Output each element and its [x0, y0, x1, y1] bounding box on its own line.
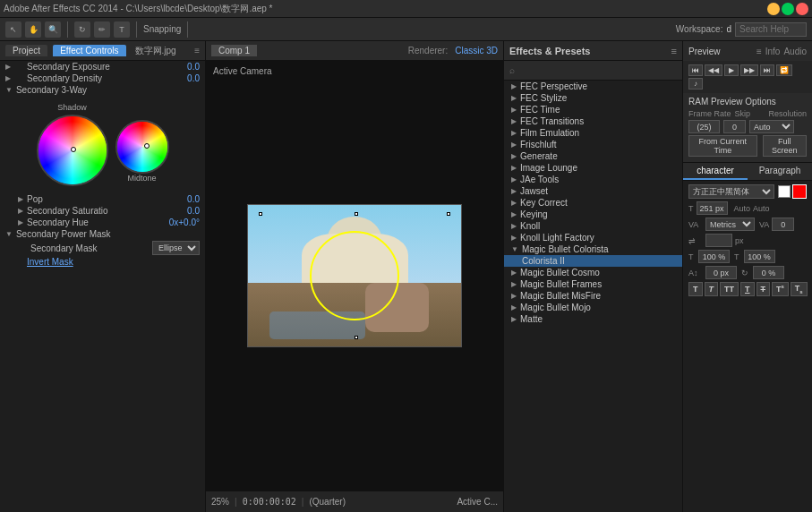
- full-screen-btn[interactable]: Full Screen: [763, 135, 807, 157]
- ec-row-sec-hue: ▶ Secondary Hue 0x+0.0°: [0, 217, 205, 228]
- comp-image[interactable]: [247, 204, 462, 347]
- style-bold[interactable]: T: [688, 282, 703, 296]
- scale-row: T T: [688, 250, 807, 263]
- close-button[interactable]: [796, 3, 808, 15]
- btn-go-start[interactable]: ⏮: [688, 64, 703, 76]
- effect-item-fec-time[interactable]: ▶FEC Time: [504, 104, 682, 115]
- scale-h-input[interactable]: [698, 250, 730, 263]
- style-sub[interactable]: Ts: [791, 282, 808, 296]
- effect-item-fec-stylize[interactable]: ▶FEC Stylize: [504, 92, 682, 104]
- effect-item-magic-cosmo[interactable]: ▶Magic Bullet Cosmo: [504, 267, 682, 278]
- row-label: Secondary Exposure: [14, 62, 185, 72]
- effect-item-magic-mojo[interactable]: ▶Magic Bullet Mojo: [504, 302, 682, 313]
- effects-menu-icon[interactable]: ≡: [671, 46, 677, 56]
- expand-icon[interactable]: ▶: [5, 207, 23, 215]
- expand-icon[interactable]: ▶: [5, 218, 23, 226]
- preview-menu-icon[interactable]: ≡: [756, 47, 762, 56]
- effect-item-fec-perspective[interactable]: ▶FEC Perspective: [504, 81, 682, 92]
- tool-pen[interactable]: ✏: [94, 21, 110, 38]
- font-stroke-btn[interactable]: [778, 185, 791, 198]
- tool-rotate[interactable]: ↻: [74, 21, 90, 38]
- tracking-input[interactable]: [772, 218, 794, 231]
- btn-prev-frame[interactable]: ◀◀: [705, 64, 722, 76]
- tab-project[interactable]: Project: [5, 45, 47, 56]
- frame-rate-input[interactable]: [688, 120, 720, 133]
- effect-item-matte[interactable]: ▶Matte: [504, 313, 682, 325]
- style-allcaps[interactable]: TT: [720, 282, 739, 296]
- expand-icon[interactable]: ▶: [5, 195, 23, 203]
- shadow-wheel[interactable]: [37, 115, 108, 186]
- btn-play[interactable]: ▶: [724, 64, 739, 76]
- info-tab[interactable]: Info: [765, 47, 781, 56]
- tool-zoom[interactable]: 🔍: [45, 21, 61, 38]
- rotate-input[interactable]: [753, 266, 784, 279]
- px-input[interactable]: [705, 234, 732, 247]
- minimize-button[interactable]: [767, 3, 780, 15]
- effect-item-generate[interactable]: ▶Generate: [504, 150, 682, 162]
- style-strikethrough[interactable]: T: [756, 282, 771, 296]
- style-italic[interactable]: T: [705, 282, 719, 296]
- effect-item-frischluft[interactable]: ▶Frischluft: [504, 139, 682, 150]
- font-select[interactable]: 方正正中黑简体: [688, 184, 774, 199]
- btn-go-end[interactable]: ⏭: [760, 64, 774, 76]
- midtone-wheel[interactable]: [115, 120, 169, 174]
- effect-item-knoll-light[interactable]: ▶Knoll Light Factory: [504, 232, 682, 243]
- metrics-select[interactable]: Metrics: [705, 218, 755, 231]
- effect-item-film-emulation[interactable]: ▶Film Emulation: [504, 127, 682, 139]
- effects-search-input[interactable]: [508, 64, 679, 78]
- audio-tab[interactable]: Audio: [783, 47, 807, 56]
- main-layout: Project Effect Controls 数字网.jpg ≡ ▶ Seco…: [0, 41, 812, 512]
- from-current-btn[interactable]: From Current Time: [688, 135, 757, 157]
- tool-text[interactable]: T: [114, 21, 130, 38]
- handle-tl[interactable]: [259, 212, 262, 216]
- scale-v-input[interactable]: [744, 250, 775, 263]
- baseline-input[interactable]: [705, 266, 737, 279]
- tab-paragraph[interactable]: Paragraph: [748, 163, 812, 180]
- skip-label: Skip: [735, 109, 751, 118]
- btn-audio[interactable]: ♪: [688, 78, 703, 90]
- expand-icon[interactable]: ▼: [5, 86, 13, 94]
- tool-hand[interactable]: ✋: [25, 21, 41, 38]
- maximize-button[interactable]: [782, 3, 794, 15]
- zoom-level[interactable]: 25%: [211, 497, 229, 507]
- effect-item-jae-tools[interactable]: ▶JAe Tools: [504, 174, 682, 185]
- tab-character[interactable]: character: [683, 163, 748, 180]
- effect-item-colorista-ii[interactable]: Colorista II: [504, 255, 682, 267]
- tab-effect-controls[interactable]: Effect Controls: [53, 45, 125, 56]
- renderer-value[interactable]: Classic 3D: [455, 46, 498, 55]
- handle-tr[interactable]: [447, 212, 450, 216]
- mask-dropdown[interactable]: Ellipse: [152, 241, 200, 255]
- effect-item-knoll[interactable]: ▶Knoll: [504, 220, 682, 232]
- midtone-label: Midtone: [127, 174, 156, 183]
- btn-loop[interactable]: 🔁: [776, 64, 792, 76]
- invert-mask-link[interactable]: Invert Mask: [5, 257, 73, 267]
- resolution-select[interactable]: Auto: [749, 120, 794, 133]
- comp-tab-1[interactable]: Comp 1: [211, 45, 257, 56]
- expand-icon[interactable]: ▼: [5, 230, 13, 238]
- effect-item-magic-misfire[interactable]: ▶Magic Bullet MisFire: [504, 290, 682, 302]
- effect-item-magic-frames[interactable]: ▶Magic Bullet Frames: [504, 278, 682, 290]
- skip-input[interactable]: [723, 120, 746, 133]
- expand-icon[interactable]: ▶: [5, 63, 11, 71]
- style-sup[interactable]: Ts: [772, 282, 789, 296]
- row-label: Secondary 3-Way: [16, 85, 200, 95]
- expand-icon[interactable]: ▶: [5, 74, 11, 82]
- effect-item-keying[interactable]: ▶Keying: [504, 209, 682, 220]
- effect-item-key-correct[interactable]: ▶Key Correct: [504, 197, 682, 209]
- effect-item-jawset[interactable]: ▶Jawset: [504, 185, 682, 197]
- effect-item-fec-transitions[interactable]: ▶FEC Transitions: [504, 115, 682, 127]
- resolution-indicator[interactable]: (Quarter): [309, 497, 346, 507]
- font-color-swatch[interactable]: [792, 184, 807, 199]
- style-underline[interactable]: T: [740, 282, 755, 296]
- size-icon: T: [688, 204, 694, 213]
- effect-item-image-lounge[interactable]: ▶Image Lounge: [504, 162, 682, 174]
- handle-tc[interactable]: [355, 212, 358, 216]
- tool-select[interactable]: ↖: [5, 21, 21, 38]
- panel-menu-icon[interactable]: ≡: [194, 46, 200, 55]
- font-size-input[interactable]: [697, 201, 728, 215]
- handle-bc[interactable]: [355, 336, 358, 339]
- btn-next-frame[interactable]: ▶▶: [740, 64, 758, 76]
- search-input[interactable]: [735, 22, 807, 37]
- effect-item-magic-colorista[interactable]: ▼Magic Bullet Colorista: [504, 243, 682, 255]
- snapping-label: Snapping: [143, 24, 181, 34]
